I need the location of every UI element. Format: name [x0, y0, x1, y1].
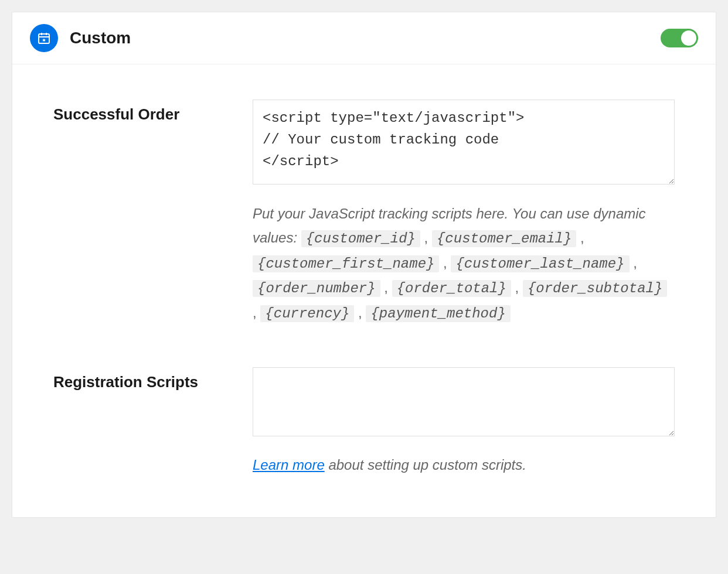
calendar-icon — [30, 24, 58, 52]
registration-scripts-label: Registration Scripts — [53, 367, 253, 391]
token-separator: , — [420, 230, 432, 245]
dynamic-token: {customer_email} — [432, 230, 576, 247]
successful-order-help: Put your JavaScript tracking scripts her… — [253, 202, 675, 326]
token-separator: , — [380, 279, 392, 295]
dynamic-token: {customer_last_name} — [451, 255, 629, 272]
svg-marker-4 — [42, 39, 46, 42]
registration-scripts-help: Learn more about setting up custom scrip… — [253, 454, 675, 476]
registration-scripts-field: Learn more about setting up custom scrip… — [253, 367, 675, 476]
registration-scripts-textarea[interactable] — [253, 367, 675, 436]
token-separator: , — [630, 255, 637, 271]
header-left: Custom — [30, 24, 131, 52]
dynamic-token: {order_number} — [253, 280, 380, 297]
dynamic-token: {order_subtotal} — [523, 280, 667, 297]
token-separator: , — [439, 255, 451, 271]
registration-scripts-row: Registration Scripts Learn more about se… — [53, 367, 675, 476]
enable-toggle[interactable] — [661, 29, 698, 47]
token-separator: , — [576, 230, 584, 245]
toggle-knob — [681, 30, 696, 46]
panel-title: Custom — [70, 29, 131, 47]
dynamic-tokens-list: {customer_id} , {customer_email} , {cust… — [253, 230, 667, 320]
learn-more-link[interactable]: Learn more — [253, 457, 325, 473]
dynamic-token: {order_total} — [392, 280, 511, 297]
successful-order-field: Put your JavaScript tracking scripts her… — [253, 100, 675, 326]
token-separator: , — [354, 305, 366, 320]
dynamic-token: {customer_id} — [301, 230, 420, 247]
dynamic-token: {currency} — [260, 305, 354, 322]
successful-order-textarea[interactable] — [253, 100, 675, 184]
dynamic-token: {payment_method} — [366, 305, 510, 322]
dynamic-token: {customer_first_name} — [253, 255, 439, 272]
token-separator: , — [511, 279, 523, 295]
token-separator: , — [253, 305, 260, 320]
custom-scripts-panel: Custom Successful Order Put your JavaScr… — [12, 12, 716, 518]
panel-body: Successful Order Put your JavaScript tra… — [12, 64, 716, 517]
successful-order-label: Successful Order — [53, 100, 253, 124]
learn-more-text: about setting up custom scripts. — [325, 457, 526, 473]
panel-header: Custom — [12, 12, 716, 64]
successful-order-row: Successful Order Put your JavaScript tra… — [53, 100, 675, 326]
